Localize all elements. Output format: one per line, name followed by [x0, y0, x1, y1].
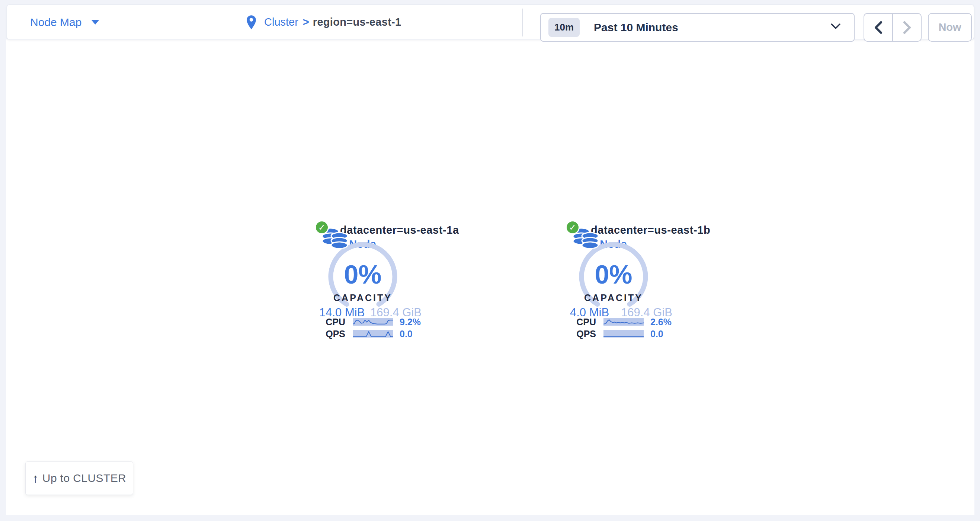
breadcrumb-separator: > — [303, 16, 309, 28]
now-button[interactable]: Now — [928, 13, 972, 42]
toolbar: Node Map Cluster > region=us-east-1 10m … — [7, 5, 974, 40]
next-interval-button[interactable] — [893, 14, 921, 41]
qps-sparkline — [353, 330, 393, 338]
up-arrow-icon: ↑ — [32, 472, 39, 484]
cpu-sparkline — [353, 318, 393, 326]
chevron-down-icon — [831, 24, 840, 31]
qps-stat-row: QPS 0.0 — [323, 330, 465, 338]
cpu-value: 2.6% — [651, 317, 671, 328]
timescale-dropdown[interactable]: 10m Past 10 Minutes — [540, 13, 854, 42]
node-map-canvas — [6, 40, 974, 515]
up-to-cluster-label: Up to CLUSTER — [42, 472, 126, 484]
status-ok-icon: ✓ — [566, 220, 580, 234]
capacity-label: CAPACITY — [311, 293, 415, 303]
datacenter-name: datacenter=us-east-1b — [591, 224, 710, 236]
qps-label: QPS — [574, 328, 596, 339]
cpu-stat-row: CPU 9.2% — [323, 318, 465, 326]
time-range-arrows — [864, 13, 921, 42]
status-ok-icon: ✓ — [315, 220, 329, 234]
datacenter-name: datacenter=us-east-1a — [340, 224, 459, 236]
qps-sparkline — [603, 330, 644, 338]
capacity-gauge: 0% CAPACITY — [576, 241, 651, 312]
toolbar-divider — [522, 8, 523, 37]
view-selector-dropdown[interactable]: Node Map — [30, 5, 99, 40]
capacity-percent: 0% — [326, 260, 400, 290]
timescale-badge: 10m — [549, 18, 580, 37]
qps-value: 0.0 — [651, 328, 663, 339]
cpu-value: 9.2% — [399, 317, 421, 328]
breadcrumb-cluster-link[interactable]: Cluster — [264, 16, 298, 28]
prev-interval-button[interactable] — [864, 14, 893, 41]
timescale-selected-label: Past 10 Minutes — [594, 21, 678, 34]
cpu-stat-row: CPU 2.6% — [574, 318, 716, 326]
datacenter-card-us-east-1b[interactable]: ✓ datacenter=us-east-1b 1 Node 0% CAPACI… — [508, 0, 716, 343]
map-pin-icon — [247, 15, 256, 29]
cpu-sparkline — [603, 318, 644, 326]
view-selector-label: Node Map — [30, 16, 81, 29]
up-to-cluster-button[interactable]: ↑ Up to CLUSTER — [25, 462, 133, 495]
breadcrumb-current: region=us-east-1 — [313, 16, 401, 28]
cpu-label: CPU — [574, 317, 596, 328]
capacity-percent: 0% — [576, 260, 651, 290]
capacity-gauge: 0% CAPACITY — [326, 241, 400, 312]
cpu-label: CPU — [323, 317, 345, 328]
datacenter-card-us-east-1a[interactable]: ✓ datacenter=us-east-1a 1 Node 0% CAPACI… — [257, 0, 465, 343]
breadcrumb: Cluster > region=us-east-1 — [247, 5, 401, 40]
qps-value: 0.0 — [399, 328, 413, 339]
caret-down-icon — [91, 20, 99, 25]
capacity-label: CAPACITY — [562, 293, 666, 303]
qps-stat-row: QPS 0.0 — [574, 330, 716, 338]
qps-label: QPS — [323, 328, 345, 339]
